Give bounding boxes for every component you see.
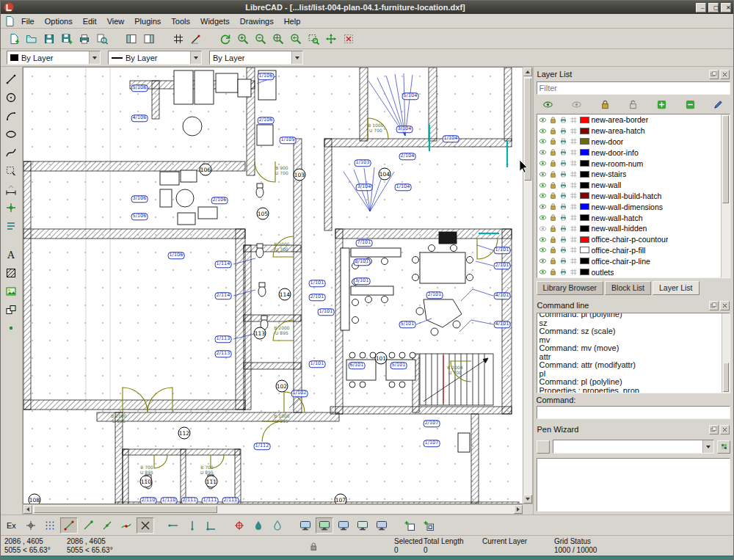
fill-a-button[interactable] <box>250 517 267 534</box>
print-small-icon[interactable] <box>559 236 567 244</box>
print-button[interactable] <box>76 30 93 48</box>
layer-row[interactable]: office-chair-p-fill <box>537 245 730 256</box>
snap-middle-button[interactable] <box>98 517 116 534</box>
construction-icon[interactable] <box>570 127 578 135</box>
pen-wizard-list[interactable] <box>537 458 730 512</box>
zoom-auto-button[interactable] <box>269 30 287 48</box>
horizontal-scroll-thumb[interactable] <box>34 506 217 513</box>
chevron-down-icon[interactable] <box>89 51 100 64</box>
arc-tool-button[interactable] <box>1 107 21 125</box>
horizontal-scrollbar[interactable] <box>23 504 523 514</box>
print-small-icon[interactable] <box>559 148 567 156</box>
print-small-icon[interactable] <box>559 137 567 145</box>
lock-button[interactable] <box>595 97 615 112</box>
unlock-button[interactable] <box>623 97 644 112</box>
menu-file[interactable]: File <box>16 15 40 27</box>
print-preview-button[interactable] <box>93 30 111 48</box>
vertical-scrollbar[interactable] <box>523 67 533 504</box>
print-small-icon[interactable] <box>559 192 567 200</box>
save-button[interactable] <box>40 30 58 48</box>
layer-row[interactable]: new-door <box>537 137 730 148</box>
zoom-out-button[interactable] <box>252 30 269 48</box>
lock-icon[interactable] <box>549 257 557 265</box>
chevron-down-icon[interactable] <box>702 440 713 453</box>
chevron-down-icon[interactable] <box>291 51 302 64</box>
menu-view[interactable]: View <box>102 15 130 27</box>
dock-float-button[interactable] <box>709 425 719 434</box>
layer-row[interactable]: new-wall-build-hatch <box>537 191 730 202</box>
layer-row[interactable]: new-room-num <box>537 158 730 169</box>
lock-icon[interactable] <box>549 148 557 156</box>
eye-green-icon[interactable] <box>539 203 547 211</box>
command-history[interactable]: Command: pl (polyline)szCommand: sz (sca… <box>537 313 730 393</box>
snap-entity-button[interactable] <box>117 517 135 534</box>
scroll-right-button[interactable] <box>514 505 523 514</box>
zoom-window-button[interactable] <box>305 30 322 48</box>
tab-layer-list[interactable]: Layer List <box>653 281 700 295</box>
lock-icon[interactable] <box>549 236 557 244</box>
construction-icon[interactable] <box>570 257 578 265</box>
print-small-icon[interactable] <box>559 159 567 167</box>
monitor-5-button[interactable] <box>373 517 390 534</box>
print-small-icon[interactable] <box>559 116 567 124</box>
snap-grid-button[interactable] <box>41 517 59 534</box>
command-history-scrollbar[interactable] <box>722 313 730 393</box>
construction-icon[interactable] <box>570 192 578 200</box>
layer-row[interactable]: new-door-info <box>537 147 730 158</box>
tab-block-list[interactable]: Block List <box>605 281 651 295</box>
eye-green-icon[interactable] <box>539 214 547 222</box>
pen-colors-button[interactable] <box>717 440 730 454</box>
eye-green-icon[interactable] <box>539 236 547 244</box>
layer-row[interactable]: new-wall-hidden <box>537 223 730 234</box>
layer-row[interactable]: new-wall <box>537 180 730 191</box>
relative-zero-button[interactable] <box>230 517 248 534</box>
menu-drawings[interactable]: Drawings <box>235 15 279 27</box>
zoom-previous-button[interactable] <box>287 30 305 48</box>
eye-green-button[interactable] <box>538 97 559 112</box>
command-input[interactable] <box>537 406 730 419</box>
construction-icon[interactable] <box>570 225 578 233</box>
grid-button[interactable] <box>170 30 187 48</box>
eye-green-icon[interactable] <box>539 137 547 145</box>
layer-add-button[interactable] <box>651 97 672 112</box>
print-small-icon[interactable] <box>559 181 567 189</box>
eye-green-icon[interactable] <box>539 181 547 189</box>
modify-tool-button[interactable] <box>1 199 21 217</box>
construction-icon[interactable] <box>570 246 578 254</box>
lock-icon[interactable] <box>549 192 557 200</box>
menu-plugins[interactable]: Plugins <box>129 15 166 27</box>
close-button[interactable]: ✕ <box>721 3 731 12</box>
construction-icon[interactable] <box>570 181 578 189</box>
lock-icon[interactable] <box>549 225 557 233</box>
eye-gray-button[interactable] <box>566 97 586 112</box>
print-small-icon[interactable] <box>559 257 567 265</box>
ellipse-tool-button[interactable] <box>1 126 21 143</box>
layer-row[interactable]: outlets <box>537 266 730 277</box>
monitor-2-button[interactable] <box>316 517 333 534</box>
zoom-in-button[interactable] <box>234 30 252 48</box>
construction-icon[interactable] <box>570 148 578 156</box>
layer-row[interactable]: new-area-hatch <box>537 126 730 137</box>
lock-icon[interactable] <box>549 127 557 135</box>
eye-green-icon[interactable] <box>539 116 547 124</box>
menu-tools[interactable]: Tools <box>166 15 195 27</box>
image-tool-button[interactable] <box>1 283 21 300</box>
menu-options[interactable]: Options <box>40 15 78 27</box>
dock-right-button[interactable] <box>140 30 158 48</box>
line-tool-button[interactable] <box>1 70 21 88</box>
print-small-icon[interactable] <box>559 268 567 276</box>
eye-green-icon[interactable] <box>539 268 547 276</box>
lock-icon[interactable] <box>549 246 557 254</box>
scroll-up-button[interactable] <box>523 68 532 76</box>
eye-green-icon[interactable] <box>539 170 547 178</box>
lock-icon[interactable] <box>549 181 557 189</box>
print-small-icon[interactable] <box>559 127 567 135</box>
lock-icon[interactable] <box>549 116 557 124</box>
construction-icon[interactable] <box>570 116 578 124</box>
scroll-down-button[interactable] <box>523 495 532 503</box>
menu-help[interactable]: Help <box>279 15 306 27</box>
construction-icon[interactable] <box>570 159 578 167</box>
circle-tool-button[interactable] <box>1 89 21 106</box>
chevron-down-icon[interactable] <box>190 51 201 64</box>
construction-icon[interactable] <box>570 203 578 211</box>
